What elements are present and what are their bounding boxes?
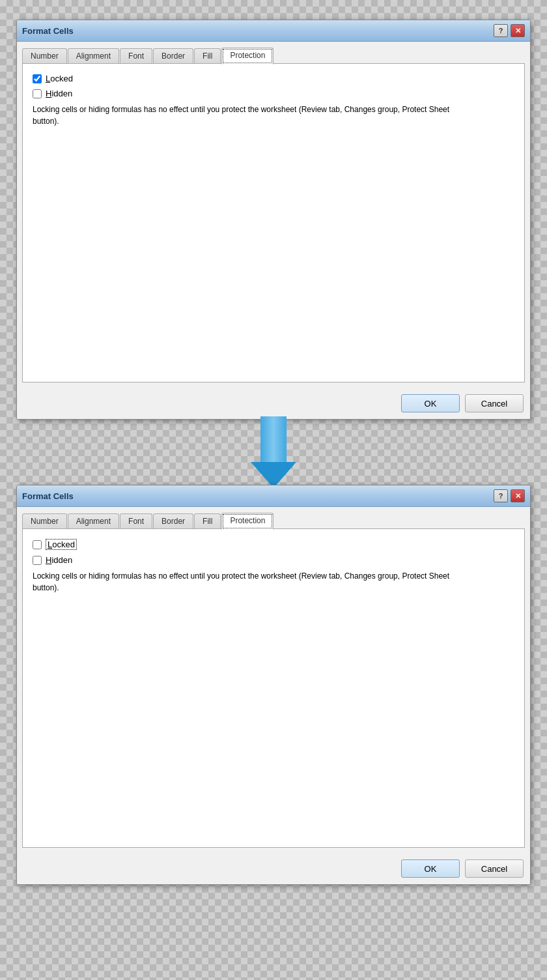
format-cells-dialog-1: Format Cells ? ✕ Number Alignment Font B… bbox=[16, 20, 531, 420]
dialog-footer-1: OK Cancel bbox=[17, 388, 530, 419]
tab-content-2: Locked Hidden Locking cells or hiding fo… bbox=[22, 528, 525, 848]
tab-border-2[interactable]: Border bbox=[153, 513, 193, 529]
close-button-1[interactable]: ✕ bbox=[511, 24, 525, 37]
locked-row-1: Locked bbox=[33, 74, 514, 83]
arrow-head bbox=[251, 462, 296, 488]
protection-note-1: Locking cells or hiding formulas has no … bbox=[33, 104, 475, 127]
hidden-checkbox-2[interactable] bbox=[33, 556, 42, 565]
locked-label-1[interactable]: Locked bbox=[46, 74, 73, 83]
tab-font-1[interactable]: Font bbox=[120, 48, 152, 64]
help-button-2[interactable]: ? bbox=[494, 489, 508, 502]
tab-protection-2[interactable]: Protection bbox=[221, 513, 274, 530]
dialog-body-1: Number Alignment Font Border Fill Protec… bbox=[17, 42, 530, 388]
hidden-label-2[interactable]: Hidden bbox=[46, 555, 72, 565]
hidden-checkbox-1[interactable] bbox=[33, 89, 42, 98]
ok-button-1[interactable]: OK bbox=[401, 394, 460, 412]
tab-number-1[interactable]: Number bbox=[22, 48, 67, 64]
hidden-row-1: Hidden bbox=[33, 89, 514, 98]
ok-button-2[interactable]: OK bbox=[401, 859, 460, 878]
protection-note-2: Locking cells or hiding formulas has no … bbox=[33, 570, 475, 594]
tab-list-1: Number Alignment Font Border Fill Protec… bbox=[22, 47, 525, 64]
title-bar-2: Format Cells ? ✕ bbox=[17, 485, 530, 507]
cancel-button-1[interactable]: Cancel bbox=[465, 394, 524, 412]
tab-fill-1[interactable]: Fill bbox=[194, 48, 221, 64]
help-button-1[interactable]: ? bbox=[494, 24, 508, 37]
down-arrow bbox=[251, 416, 296, 488]
locked-row-2: Locked bbox=[33, 539, 514, 550]
tab-fill-2[interactable]: Fill bbox=[194, 513, 221, 529]
tab-alignment-2[interactable]: Alignment bbox=[68, 513, 119, 529]
title-bar-buttons-1: ? ✕ bbox=[494, 24, 525, 37]
tab-border-1[interactable]: Border bbox=[153, 48, 193, 64]
format-cells-dialog-2: Format Cells ? ✕ Number Alignment Font B… bbox=[16, 485, 531, 885]
locked-label-2[interactable]: Locked bbox=[46, 539, 77, 550]
tab-alignment-1[interactable]: Alignment bbox=[68, 48, 119, 64]
dialog-title-1: Format Cells bbox=[22, 26, 74, 36]
locked-checkbox-1[interactable] bbox=[33, 74, 42, 83]
hidden-label-1[interactable]: Hidden bbox=[46, 89, 72, 98]
tab-number-2[interactable]: Number bbox=[22, 513, 67, 529]
tab-protection-1[interactable]: Protection bbox=[221, 48, 274, 65]
tab-list-2: Number Alignment Font Border Fill Protec… bbox=[22, 512, 525, 529]
title-bar-1: Format Cells ? ✕ bbox=[17, 20, 530, 42]
cancel-button-2[interactable]: Cancel bbox=[465, 859, 524, 878]
locked-checkbox-2[interactable] bbox=[33, 540, 42, 549]
hidden-row-2: Hidden bbox=[33, 555, 514, 565]
arrow-container bbox=[16, 420, 531, 485]
close-button-2[interactable]: ✕ bbox=[511, 489, 525, 502]
arrow-shaft bbox=[260, 416, 287, 462]
tab-font-2[interactable]: Font bbox=[120, 513, 152, 529]
dialog-title-2: Format Cells bbox=[22, 491, 74, 501]
dialog-body-2: Number Alignment Font Border Fill Protec… bbox=[17, 507, 530, 853]
tab-content-1: Locked Hidden Locking cells or hiding fo… bbox=[22, 63, 525, 382]
title-bar-buttons-2: ? ✕ bbox=[494, 489, 525, 502]
dialog-footer-2: OK Cancel bbox=[17, 853, 530, 884]
